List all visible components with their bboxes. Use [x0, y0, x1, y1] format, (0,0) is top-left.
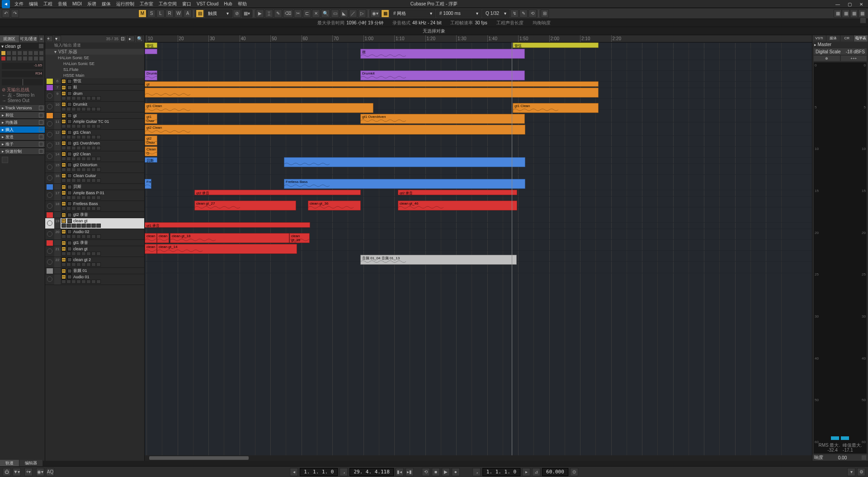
undo-button[interactable]: ↶	[2, 9, 10, 18]
tp-punch[interactable]: ◉▾	[36, 468, 44, 476]
track-row[interactable]: 14mgt2 Clean	[45, 151, 144, 162]
vst-item[interactable]: HSSE Main	[45, 72, 144, 78]
inspector-section[interactable]: ▸ 均衡器	[0, 119, 45, 126]
solo-button[interactable]: S	[147, 9, 156, 18]
back-button[interactable]: ◄	[2, 0, 10, 8]
clip[interactable]: clean	[145, 244, 157, 254]
track-row[interactable]: mAudio 01	[45, 274, 144, 285]
clip[interactable]: gt2 Disto	[145, 136, 157, 145]
clip[interactable]: gt2 录音	[398, 190, 517, 195]
mute-button[interactable]: M	[138, 9, 146, 18]
color-tool[interactable]: ▦▾	[242, 9, 252, 18]
menu-编辑[interactable]: 编辑	[26, 1, 41, 7]
clip[interactable]	[284, 157, 525, 167]
grid-value-select[interactable]: # 1000 ms▾	[436, 9, 481, 18]
track-row[interactable]: 9mdrum	[45, 91, 144, 102]
write-button[interactable]: W	[175, 9, 183, 18]
layout-4-button[interactable]: ▦	[858, 9, 866, 18]
inspector-section[interactable]: ▸ 和弦	[0, 112, 45, 119]
find-track-button[interactable]: ⊡	[120, 36, 127, 42]
erase-tool[interactable]: ⌫	[283, 9, 293, 18]
snap-type-select[interactable]: # 网格▾	[390, 9, 435, 18]
tp-format-2[interactable]: 𝅘	[472, 468, 481, 476]
track-row[interactable]: 12mgt1 Clean	[45, 130, 144, 140]
inspector-section[interactable]: ▸ 快速控制	[0, 148, 45, 155]
clip[interactable]: clean	[157, 233, 169, 243]
volume-slider[interactable]: -1.65	[2, 63, 43, 69]
menu-MIDI[interactable]: MIDI	[70, 1, 85, 6]
vst-item[interactable]: S1.Flute	[45, 66, 144, 72]
right-tab[interactable]: VSTi	[812, 35, 826, 42]
snap-toggle[interactable]: ▦	[381, 9, 389, 18]
tap-tempo[interactable]: ⊙	[570, 468, 578, 476]
secondary-time-display[interactable]: 29. 4. 4.118	[349, 468, 393, 476]
right-tab[interactable]: 电平表	[854, 35, 868, 42]
menu-运行控制[interactable]: 运行控制	[113, 1, 137, 7]
clip[interactable]: 贝斯	[145, 157, 157, 163]
track-row[interactable]: 22mclean gt 2	[45, 257, 144, 268]
track-row[interactable]: 6m管弦	[45, 78, 144, 84]
menu-工作空间[interactable]: 工作空间	[156, 1, 179, 7]
clip[interactable]	[145, 88, 599, 98]
tp-marker-add[interactable]: +▾	[24, 468, 33, 476]
track-row[interactable]: 11mAmple Guitar TC 01	[45, 119, 144, 130]
layout-3-button[interactable]: ▦	[850, 9, 858, 18]
clip[interactable]: clean gt_27	[194, 201, 296, 210]
track-row[interactable]: 15mgt2 Distortion	[45, 162, 144, 173]
maximize-button[interactable]: ▢	[844, 0, 855, 8]
inspector-section[interactable]: ▸ 插入	[0, 126, 45, 133]
meter-btn-2[interactable]: +++	[841, 56, 867, 61]
track-row[interactable]: 20mAudio 02	[45, 229, 144, 240]
record-button[interactable]: ●	[452, 468, 460, 476]
tp-right-nudge[interactable]: ▸	[522, 468, 530, 476]
settings-icon[interactable]: ⚙	[857, 468, 865, 476]
range-tool[interactable]: ⌶	[265, 9, 273, 18]
expand-button[interactable]: ▸	[128, 36, 135, 42]
constrain-button[interactable]: ⊘	[233, 9, 241, 18]
clip[interactable]: gt1 Overdriven	[360, 114, 525, 124]
zoom-tool[interactable]: 🔍	[321, 9, 330, 18]
inspector-settings-icon[interactable]	[2, 157, 8, 163]
warp-tool[interactable]: ◣	[340, 9, 348, 18]
track-row[interactable]: mgt	[45, 112, 144, 119]
search-icon[interactable]: 🔍	[137, 36, 143, 42]
layout-1-button[interactable]: ▦	[834, 9, 842, 18]
listen-button[interactable]: L	[156, 9, 165, 18]
read-button[interactable]: R	[165, 9, 174, 18]
tp-tempo-track[interactable]: ⊿	[532, 468, 540, 476]
minimize-button[interactable]: —	[832, 0, 844, 8]
go-to-end[interactable]: ▸▮	[406, 468, 414, 476]
track-menu-button[interactable]: ▾	[55, 36, 61, 42]
menu-工程[interactable]: 工程	[41, 1, 55, 7]
quantize-settings[interactable]: ✎	[519, 9, 528, 18]
clip[interactable]: gt1 Over	[145, 114, 157, 124]
track-row[interactable]: m音频 01	[45, 268, 144, 274]
clip[interactable]: Drumkit	[145, 70, 157, 80]
track-row[interactable]: 10mDrumkit	[45, 102, 144, 112]
clip[interactable]: clean gt_46	[398, 201, 517, 210]
quantize-select[interactable]: Q 1/32▾	[482, 9, 509, 18]
clip[interactable]: gt2 Clean	[145, 125, 525, 135]
clip[interactable]: Fretless	[145, 179, 151, 189]
play-button[interactable]: ▶	[442, 468, 450, 476]
clip[interactable]: gt1 Clean	[513, 103, 599, 113]
track-row[interactable]: 18mFretless Bass	[45, 201, 144, 212]
layout-2-button[interactable]: ▦	[842, 9, 850, 18]
track-row[interactable]: 13mgt1 Overdriven	[45, 140, 144, 151]
line-tool[interactable]: ／	[349, 9, 357, 18]
clip[interactable]: clean gt_39	[289, 233, 310, 243]
meter-btn-1[interactable]: ⊕	[814, 56, 840, 61]
inspector-section[interactable]: ▸ 发送	[0, 133, 45, 140]
settings-icon[interactable]	[860, 17, 866, 23]
clip[interactable]	[145, 49, 157, 54]
visibility-tab[interactable]: 可见/通道	[19, 35, 39, 42]
pan-slider[interactable]: R34	[2, 71, 43, 77]
tp-left-locator[interactable]: ◂	[290, 468, 298, 476]
vst-item[interactable]: HALion Sonic SE	[45, 55, 144, 61]
play-tool[interactable]: ▷	[358, 9, 366, 18]
track-row[interactable]: 21mclean gt	[45, 246, 144, 257]
clip[interactable]: gt2 录音	[194, 190, 361, 195]
track-row[interactable]: 17mAmple Bass P 01	[45, 190, 144, 201]
playback-cursor[interactable]	[512, 42, 512, 461]
clip[interactable]: Clean G	[145, 146, 157, 156]
